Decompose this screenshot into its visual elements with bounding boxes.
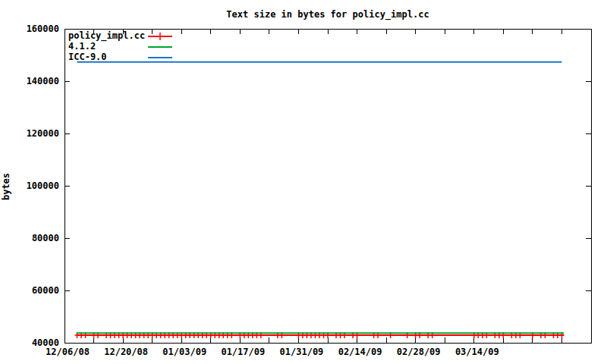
y-tick-label: 60000 bbox=[32, 285, 59, 296]
y-tick-label: 120000 bbox=[27, 128, 59, 139]
x-tick-label: 01/03/09 bbox=[162, 347, 206, 357]
x-tick-label: 02/28/09 bbox=[397, 347, 441, 357]
legend: policy_impl.cc 4.1.2 ICC-9.0 bbox=[68, 30, 250, 62]
y-tick-label: 40000 bbox=[32, 337, 59, 348]
legend-row: 4.1.2 bbox=[68, 41, 250, 52]
x-tick-label: 12/20/08 bbox=[104, 347, 148, 357]
legend-sample-line-green bbox=[148, 41, 172, 52]
legend-sample-line-blue bbox=[148, 52, 172, 62]
x-tick-label: 01/31/09 bbox=[280, 347, 324, 357]
legend-sample-line-red bbox=[148, 30, 172, 41]
legend-row: policy_impl.cc bbox=[68, 30, 250, 41]
legend-row: ICC-9.0 bbox=[68, 52, 250, 62]
y-tick-label: 160000 bbox=[27, 24, 59, 34]
x-tick-label: 12/06/08 bbox=[46, 347, 90, 357]
chart-image: Text size in bytes for policy_impl.cc by… bbox=[0, 0, 607, 364]
y-tick-label: 100000 bbox=[27, 180, 59, 191]
x-tick-label: 03/14/09 bbox=[455, 347, 499, 357]
y-tick-label: 140000 bbox=[27, 76, 59, 86]
legend-label-icc: ICC-9.0 bbox=[68, 52, 107, 62]
legend-label-policy-impl: policy_impl.cc bbox=[68, 30, 145, 41]
x-tick-label: 01/17/09 bbox=[221, 347, 265, 357]
y-tick-label: 80000 bbox=[32, 233, 59, 243]
plot-border bbox=[64, 29, 591, 343]
legend-label-412: 4.1.2 bbox=[68, 41, 96, 52]
x-tick-label: 02/14/09 bbox=[338, 347, 382, 357]
